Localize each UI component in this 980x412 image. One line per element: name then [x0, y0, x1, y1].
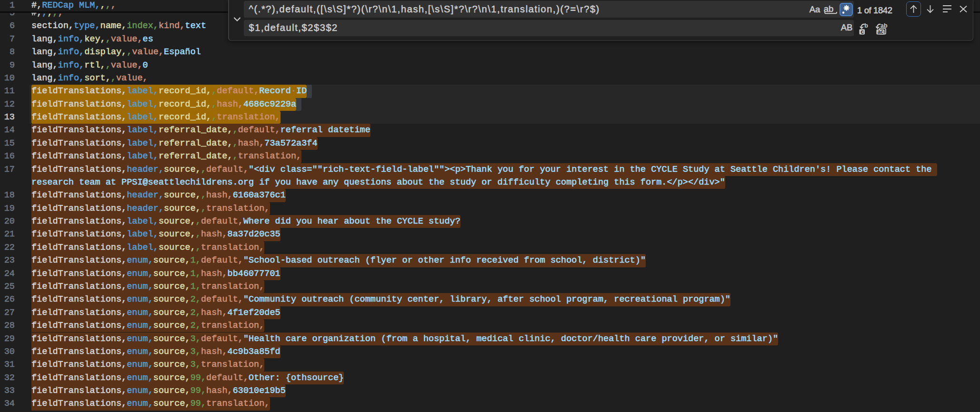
svg-text:c: c — [860, 28, 864, 35]
svg-text:b: b — [864, 23, 868, 29]
svg-text:ac: ac — [877, 28, 884, 35]
